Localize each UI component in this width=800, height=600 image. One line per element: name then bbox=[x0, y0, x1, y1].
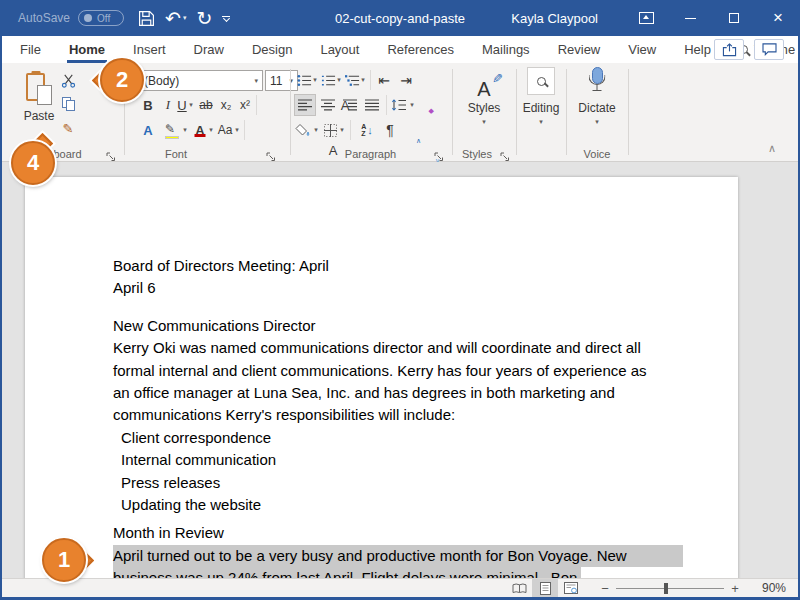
comments-button[interactable] bbox=[754, 39, 784, 60]
doc-body-line: formal internal and client communication… bbox=[113, 360, 683, 382]
format-painter-button[interactable]: ✎ bbox=[56, 118, 80, 138]
share-button[interactable] bbox=[714, 39, 744, 60]
sort-button[interactable]: AZ ↓ bbox=[356, 120, 378, 140]
paragraph-dialog-launcher[interactable] bbox=[434, 148, 444, 158]
font-color-caret-icon[interactable]: ▾ bbox=[206, 126, 216, 134]
align-center-button[interactable] bbox=[320, 95, 336, 115]
editing-icon bbox=[527, 67, 555, 95]
callout-badge-1: 1 bbox=[42, 538, 86, 582]
read-mode-button[interactable] bbox=[506, 579, 532, 598]
collapse-ribbon-button[interactable]: ∧ bbox=[768, 142, 776, 155]
bullets-caret-icon[interactable]: ▾ bbox=[310, 76, 320, 84]
subscript-button[interactable]: x₂ bbox=[218, 95, 234, 115]
align-left-button[interactable] bbox=[294, 94, 316, 116]
line-spacing-button[interactable] bbox=[391, 95, 407, 115]
copy-button[interactable] bbox=[56, 94, 80, 114]
zoom-control: − + bbox=[598, 581, 742, 596]
tab-references[interactable]: References bbox=[385, 36, 455, 63]
print-layout-icon bbox=[540, 582, 551, 595]
close-icon: × bbox=[773, 8, 783, 28]
customize-qat-button[interactable] bbox=[222, 16, 230, 21]
show-formatting-button[interactable]: ¶ bbox=[382, 120, 398, 140]
editing-button[interactable]: Editing ▾ bbox=[520, 67, 562, 126]
styles-dialog-launcher[interactable] bbox=[500, 148, 510, 158]
tab-review[interactable]: Review bbox=[556, 36, 603, 63]
shading-button[interactable] bbox=[295, 120, 311, 140]
minimize-button[interactable] bbox=[668, 0, 712, 36]
styles-button[interactable]: A ✎ Styles ▾ bbox=[458, 69, 510, 126]
undo-dropdown-caret-icon[interactable]: ▾ bbox=[183, 14, 187, 22]
document-page[interactable]: Board of Directors Meeting: April April … bbox=[25, 177, 738, 578]
find-icon bbox=[537, 77, 546, 86]
autosave-label: AutoSave bbox=[18, 11, 70, 25]
doc-section-heading: New Communications Director bbox=[113, 315, 683, 337]
control-divider bbox=[386, 95, 387, 115]
dictate-button[interactable]: Dictate ▾ bbox=[572, 67, 622, 126]
decrease-indent-button[interactable]: ⇤ bbox=[376, 70, 392, 90]
tab-help[interactable]: Help bbox=[682, 36, 713, 63]
ribbon-display-options-button[interactable] bbox=[624, 0, 668, 36]
highlight-color-button[interactable]: ✎ bbox=[164, 120, 180, 140]
highlight-caret-icon[interactable]: ▾ bbox=[180, 126, 190, 134]
redo-icon: ↻ bbox=[196, 9, 212, 28]
numbering-caret-icon[interactable]: ▾ bbox=[334, 76, 344, 84]
font-dialog-launcher[interactable] bbox=[266, 148, 276, 158]
autosave-toggle[interactable]: Off bbox=[78, 10, 124, 26]
align-right-button[interactable] bbox=[342, 95, 358, 115]
shading-caret-icon[interactable]: ▾ bbox=[311, 126, 321, 134]
zoom-slider-handle[interactable] bbox=[664, 583, 668, 594]
styles-group-label: Styles bbox=[452, 148, 502, 160]
borders-icon bbox=[324, 124, 337, 137]
clipboard-dialog-launcher[interactable] bbox=[106, 148, 116, 158]
zoom-out-button[interactable]: − bbox=[598, 581, 612, 596]
line-spacing-caret-icon[interactable]: ▾ bbox=[407, 101, 417, 109]
justify-button[interactable] bbox=[364, 95, 380, 115]
user-name[interactable]: Kayla Claypool bbox=[511, 11, 598, 26]
quick-access-toolbar: ↶ ▾ ↻ bbox=[138, 9, 230, 28]
borders-caret-icon[interactable]: ▾ bbox=[337, 126, 347, 134]
comment-icon bbox=[762, 43, 777, 56]
tab-file[interactable]: File bbox=[18, 36, 43, 63]
tab-design[interactable]: Design bbox=[250, 36, 294, 63]
doc-body-line: Kerry Oki was named communications direc… bbox=[113, 337, 683, 359]
web-layout-button[interactable] bbox=[558, 579, 584, 598]
voice-group-label: Voice bbox=[566, 148, 628, 160]
borders-button[interactable] bbox=[322, 120, 338, 140]
tab-mailings[interactable]: Mailings bbox=[480, 36, 532, 63]
control-divider bbox=[256, 95, 257, 115]
print-layout-button[interactable] bbox=[532, 579, 558, 598]
increase-indent-button[interactable]: ⇥ bbox=[398, 70, 414, 90]
doc-heading-line: Board of Directors Meeting: April bbox=[113, 255, 683, 277]
save-button[interactable] bbox=[138, 10, 155, 27]
maximize-button[interactable] bbox=[712, 0, 756, 36]
autosave-state: Off bbox=[97, 13, 110, 24]
change-case-button[interactable]: Aa bbox=[217, 120, 233, 140]
multilevel-caret-icon[interactable]: ▾ bbox=[358, 76, 368, 84]
align-center-icon bbox=[321, 99, 336, 111]
tab-layout[interactable]: Layout bbox=[318, 36, 361, 63]
zoom-slider[interactable] bbox=[616, 588, 724, 589]
badge-number: 2 bbox=[100, 58, 144, 102]
superscript-button[interactable]: x² bbox=[237, 95, 253, 115]
paint-bucket-icon bbox=[295, 123, 311, 137]
change-case-caret-icon[interactable]: ▾ bbox=[232, 126, 242, 134]
font-name-select[interactable]: (Body) ▾ bbox=[130, 70, 263, 91]
zoom-level[interactable]: 90% bbox=[752, 581, 786, 595]
tab-view[interactable]: View bbox=[626, 36, 658, 63]
tab-draw[interactable]: Draw bbox=[192, 36, 226, 63]
control-divider bbox=[244, 120, 245, 140]
titlebar-right: Kayla Claypool × bbox=[511, 0, 800, 36]
zoom-in-button[interactable]: + bbox=[728, 581, 742, 596]
strikethrough-button[interactable]: ab bbox=[198, 95, 214, 115]
toggle-knob-icon bbox=[84, 14, 92, 22]
styles-icon: A ✎ bbox=[477, 69, 490, 101]
control-divider bbox=[370, 70, 371, 90]
underline-caret-icon[interactable]: ▾ bbox=[186, 101, 196, 109]
styles-caret-icon: ▾ bbox=[482, 118, 486, 126]
redo-button[interactable]: ↻ bbox=[196, 9, 212, 28]
undo-button[interactable]: ↶ ▾ bbox=[165, 9, 186, 28]
cut-button[interactable] bbox=[56, 71, 80, 91]
text-effects-button[interactable]: A bbox=[140, 120, 156, 140]
font-name-caret-icon: ▾ bbox=[254, 77, 262, 85]
close-button[interactable]: × bbox=[756, 0, 800, 36]
